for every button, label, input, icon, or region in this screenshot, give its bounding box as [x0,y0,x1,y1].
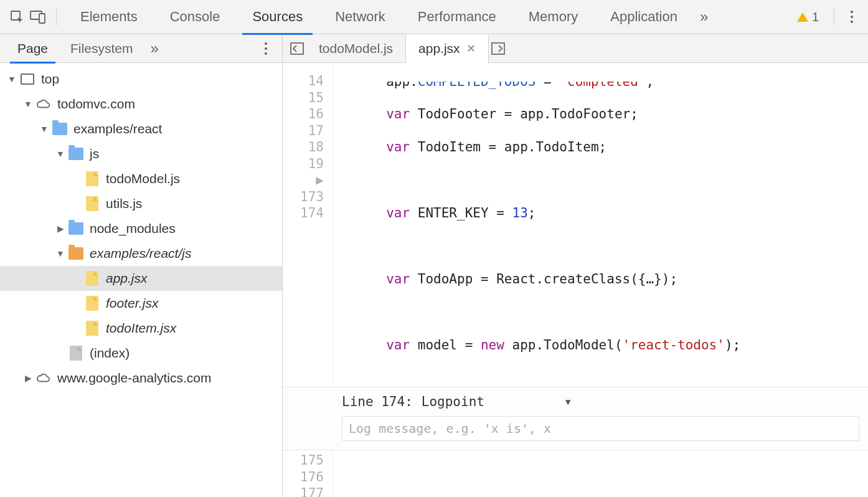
breakpoint-gutter-spacer [283,387,333,451]
tab-performance[interactable]: Performance [402,0,512,34]
tree-row-file-index[interactable]: (index) [0,341,282,366]
device-toggle-icon[interactable] [27,6,49,27]
tree-row-folder-sourcemapped[interactable]: ▼ examples/react/js [0,241,282,266]
chevron-down-icon: ▼ [39,123,50,135]
toggle-navigator-icon[interactable] [288,39,306,58]
editor-tab-todomodel[interactable]: todoModel.js [306,34,405,63]
gutter[interactable]: 14 15 16 17 18 19 ▶ 173 174 [283,63,333,387]
tree-row-domain-ga[interactable]: ▶ www.google-analytics.com [0,366,282,391]
code-segment[interactable]: app.COMPLETED_TODOS = 'completed'; var T… [333,63,868,387]
editor-body: 14 15 16 17 18 19 ▶ 173 174 app.COMPLETE… [283,63,868,497]
devtools-main-tabs: Elements Console Sources Network Perform… [0,0,868,34]
tree-label: utils.js [106,196,142,211]
file-icon [68,346,83,361]
logpoint-editor: Line 174: Logpoint ▼ [333,387,868,451]
tab-sources[interactable]: Sources [236,0,319,34]
tree-label: examples/react/js [90,246,191,261]
tree-row-folder-js[interactable]: ▼ js [0,141,282,166]
line-number: 174 [283,205,324,222]
tab-console[interactable]: Console [154,0,237,34]
tree-label: footer.jsx [106,296,158,311]
inspect-element-icon[interactable] [6,6,27,27]
toggle-debugger-icon[interactable] [489,39,507,58]
folder-icon [68,221,83,236]
cloud-icon [36,97,51,111]
chevron-right-icon: ▶ [55,223,66,234]
nav-tab-page[interactable]: Page [6,34,59,63]
line-number: 175 [283,452,324,469]
line-number: 173 [283,189,324,206]
frame-icon [20,72,35,87]
tree-label: js [90,146,99,161]
tree-label: todomvc.com [57,97,135,111]
tree-label: www.google-analytics.com [57,371,211,386]
tree-label: todoItem.jsx [106,321,176,336]
editor-tab-label: todoModel.js [319,41,393,56]
code-segment[interactable]: function render() { React.render( <TodoA… [333,450,868,497]
warning-icon [797,12,808,22]
tree-row-folder-nodemodules[interactable]: ▶ node_modules [0,216,282,241]
tree-label: examples/react [73,121,162,136]
warning-count: 1 [812,10,819,24]
breakpoint-type-select[interactable]: Logpoint ▼ [422,394,571,410]
line-number: 14 [283,73,324,90]
tab-application[interactable]: Application [594,0,694,34]
line-number: 17 [283,123,324,140]
tabs-overflow-icon[interactable]: » [694,8,714,26]
tree-label: top [41,72,59,87]
line-number: 15 [283,90,324,107]
tree-row-file[interactable]: utils.js [0,191,282,216]
tree-row-file-footer[interactable]: footer.jsx [0,291,282,316]
tree-label: todoModel.js [106,171,180,186]
line-number: 16 [283,106,324,123]
file-icon [85,296,100,311]
editor-tab-label: app.jsx [418,41,460,56]
gutter[interactable]: 175 176 177 178 179 180 181 182 183 184 … [283,450,333,497]
line-number: 18 [283,139,324,156]
file-tree: ▼ top ▼ todomvc.com ▼ examples/react ▼ j… [0,63,282,497]
tree-label: node_modules [90,221,176,236]
fold-marker-icon[interactable]: ▶ [316,173,324,187]
logpoint-header: Line 174: Logpoint ▼ [342,394,859,410]
svg-rect-2 [39,14,45,23]
chevron-down-icon: ▼ [55,148,66,159]
kebab-menu-icon[interactable] [842,11,862,23]
tree-row-file-todoitem[interactable]: todoItem.jsx [0,316,282,341]
tree-row-domain[interactable]: ▼ todomvc.com [0,92,282,116]
file-icon [85,171,100,186]
tree-label: (index) [90,346,130,361]
nav-tab-filesystem[interactable]: Filesystem [59,34,144,63]
file-icon [85,196,100,211]
tab-network[interactable]: Network [319,0,402,34]
tree-row-file[interactable]: todoModel.js [0,166,282,191]
tree-row-top[interactable]: ▼ top [0,67,282,92]
tab-elements[interactable]: Elements [64,0,154,34]
editor-panel: todoModel.js app.jsx ✕ 14 15 16 17 1 [283,34,868,497]
chevron-right-icon: ▶ [22,372,34,384]
code-area[interactable]: 14 15 16 17 18 19 ▶ 173 174 app.COMPLETE… [283,63,868,497]
folder-icon [52,121,67,136]
file-icon [85,271,100,286]
close-icon[interactable]: ✕ [466,42,476,55]
chevron-down-icon: ▼ [565,394,570,410]
navigator-panel: Page Filesystem » ▼ top ▼ todomvc.com ▼ [0,34,283,497]
line-number: 177 [283,485,324,497]
editor-tab-bar: todoModel.js app.jsx ✕ [283,34,868,63]
chevron-down-icon: ▼ [6,73,17,85]
editor-tab-app[interactable]: app.jsx ✕ [405,34,489,63]
folder-icon [68,146,83,161]
chevron-down-icon: ▼ [55,248,66,259]
file-icon [85,321,100,336]
tree-label: app.jsx [106,271,148,286]
logpoint-input[interactable] [342,416,859,441]
nav-overflow-icon[interactable]: » [144,40,164,57]
line-number: 176 [283,469,324,486]
tree-row-file-app[interactable]: app.jsx [0,266,282,291]
logpoint-line-label: Line 174: [342,394,413,410]
warnings-badge[interactable]: 1 [790,10,826,24]
breakpoint-type-label: Logpoint [422,394,484,410]
nav-kebab-icon[interactable] [256,42,276,55]
tab-memory[interactable]: Memory [512,0,594,34]
line-number: 19 [283,156,324,173]
tree-row-folder[interactable]: ▼ examples/react [0,116,282,141]
